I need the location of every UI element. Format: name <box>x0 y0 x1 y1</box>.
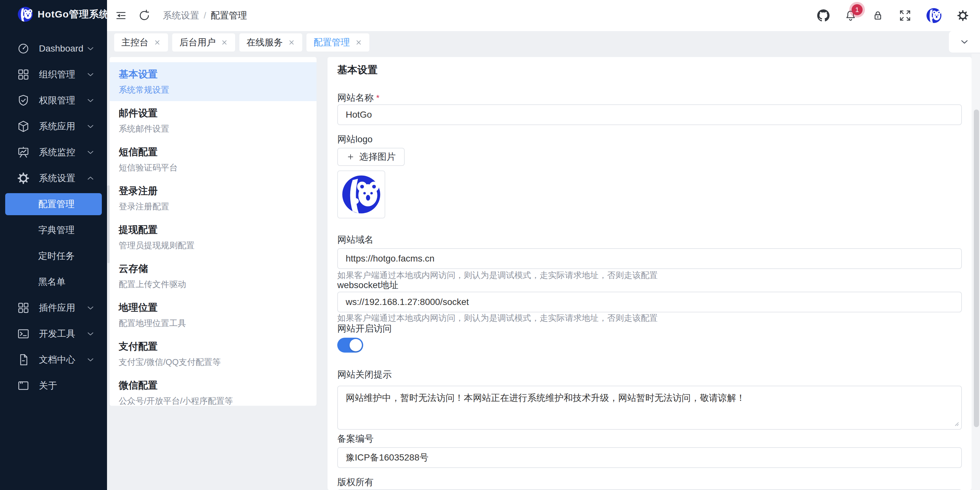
icp-input[interactable] <box>337 447 962 468</box>
settings-nav-item-sms[interactable]: 短信配置 短信验证码平台 <box>110 140 317 179</box>
sidebar-item-label: 开发工具 <box>39 328 86 340</box>
sidebar-item-label: 权限管理 <box>39 94 86 106</box>
sidebar-item-label: 组织管理 <box>39 68 86 81</box>
settings-nav-subtitle: 配置地理位置工具 <box>119 318 307 328</box>
site-access-toggle[interactable] <box>337 338 363 353</box>
settings-nav-item-geo[interactable]: 地理位置 配置地理位置工具 <box>110 295 317 335</box>
sidebar-item-about[interactable]: 关于 <box>0 373 107 399</box>
fullscreen-icon[interactable] <box>899 10 911 22</box>
sidebar-item-system-apps[interactable]: 系统应用 <box>0 113 107 140</box>
sidebar-item-label: 系统监控 <box>39 146 86 159</box>
sidebar-subitem-cron[interactable]: 定时任务 <box>0 243 107 269</box>
site-name-input[interactable] <box>337 105 962 125</box>
document-icon <box>17 353 30 366</box>
close-tip-field: 网站维护中，暂时无法访问！本网站正在进行系统维护和技术升级，网站暂时无法访问，敬… <box>337 385 962 430</box>
settings-nav-item-withdraw[interactable]: 提现配置 管理员提现规则配置 <box>110 218 317 257</box>
icp-label: 备案编号 <box>337 434 962 443</box>
close-icon[interactable] <box>154 39 161 46</box>
tab-label: 主控台 <box>121 36 148 49</box>
sidebar-subitem-label: 黑名单 <box>38 276 65 288</box>
about-frame-icon <box>17 379 30 392</box>
settings-nav-subtitle: 登录注册配置 <box>119 201 307 211</box>
tab-online-service[interactable]: 在线服务 <box>239 33 302 52</box>
plus-icon <box>346 153 355 161</box>
brand[interactable]: HotGo管理系统 <box>0 0 107 29</box>
sidebar-subitem-label: 定时任务 <box>38 250 75 262</box>
site-domain-help: 如果客户端通过本地或内网访问，则认为是调试模式，走实际请求地址，否则走该配置 <box>337 270 962 280</box>
settings-nav-subtitle: 系统常规设置 <box>119 85 307 95</box>
sidebar-subitem-label: 字典管理 <box>38 224 75 236</box>
sidebar-item-docs[interactable]: 文档中心 <box>0 347 107 373</box>
cube-icon <box>17 120 30 133</box>
sidebar-item-system-settings[interactable]: 系统设置 <box>0 165 107 191</box>
sidebar-subitem-config[interactable]: 配置管理 <box>5 193 102 215</box>
close-icon[interactable] <box>221 39 228 46</box>
settings-nav-title: 登录注册 <box>119 186 307 197</box>
github-icon[interactable] <box>817 10 829 22</box>
tab-config[interactable]: 配置管理 <box>307 33 369 52</box>
websocket-input[interactable] <box>337 292 962 312</box>
settings-nav-item-email[interactable]: 邮件设置 系统邮件设置 <box>110 101 317 140</box>
settings-nav-title: 云存储 <box>119 263 307 274</box>
collapse-sidebar-icon[interactable] <box>115 10 127 22</box>
settings-nav-title: 提现配置 <box>119 224 307 235</box>
monitor-board-icon <box>17 146 30 159</box>
breadcrumb: 系统设置 / 配置管理 <box>163 10 247 22</box>
pick-image-button[interactable]: 选择图片 <box>337 148 405 166</box>
sidebar-item-dashboard[interactable]: Dashboard <box>0 36 107 62</box>
tab-console[interactable]: 主控台 <box>114 33 168 52</box>
close-tip-textarea[interactable]: 网站维护中，暂时无法访问！本网站正在进行系统维护和技术升级，网站暂时无法访问，敬… <box>337 385 962 430</box>
settings-nav-scrollbar[interactable] <box>107 186 110 263</box>
settings-nav-subtitle: 支付宝/微信/QQ支付配置等 <box>119 357 307 367</box>
site-domain-input[interactable] <box>337 248 962 269</box>
settings-nav-item-login[interactable]: 登录注册 登录注册配置 <box>110 179 317 218</box>
close-icon[interactable] <box>288 39 295 46</box>
websocket-help: 如果客户端通过本地或内网访问，则认为是调试模式，走实际请求地址，否则走该配置 <box>337 313 962 323</box>
chevron-down-icon <box>86 303 95 313</box>
app-window: HotGo管理系统 Dashboard 组织管理 权限管理 系统应用 <box>0 0 980 490</box>
toggle-knob <box>350 339 362 351</box>
chevron-down-icon <box>86 95 95 105</box>
settings-nav-item-basic[interactable]: 基本设置 系统常规设置 <box>110 62 317 101</box>
sidebar-subitem-blacklist[interactable]: 黑名单 <box>0 269 107 295</box>
tab-admin-users[interactable]: 后台用户 <box>172 33 235 52</box>
close-icon[interactable] <box>355 39 362 46</box>
settings-nav-title: 支付配置 <box>119 341 307 352</box>
notifications-button[interactable]: 1 <box>845 10 857 22</box>
settings-nav-title: 微信配置 <box>119 380 307 391</box>
settings-gear-icon[interactable] <box>957 10 969 22</box>
sidebar-item-organization[interactable]: 组织管理 <box>0 62 107 87</box>
breadcrumb-page: 配置管理 <box>211 10 247 22</box>
tab-actions-button[interactable] <box>949 31 980 52</box>
sidebar-item-dev-tools[interactable]: 开发工具 <box>0 321 107 347</box>
settings-nav-subtitle: 管理员提现规则配置 <box>119 241 307 250</box>
chevron-down-icon <box>86 355 95 365</box>
sidebar-item-label: 系统应用 <box>39 120 86 133</box>
logo-thumbnail[interactable] <box>337 170 385 219</box>
breadcrumb-section[interactable]: 系统设置 <box>163 10 199 22</box>
avatar-koala-icon <box>926 8 942 23</box>
sidebar-item-label: Dashboard <box>39 43 86 54</box>
settings-nav-item-payment[interactable]: 支付配置 支付宝/微信/QQ支付配置等 <box>110 335 317 373</box>
avatar[interactable] <box>926 8 942 23</box>
refresh-icon[interactable] <box>138 10 151 22</box>
page-scrollbar-thumb[interactable] <box>974 109 979 427</box>
websocket-label: websocket地址 <box>337 281 962 290</box>
settings-nav-item-wechat[interactable]: 微信配置 公众号/开放平台/小程序配置等 <box>110 373 317 406</box>
required-asterisk: * <box>376 93 379 103</box>
settings-nav-item-storage[interactable]: 云存储 配置上传文件驱动 <box>110 257 317 295</box>
lock-screen-icon[interactable] <box>872 10 884 22</box>
resize-grip-icon[interactable] <box>952 419 959 427</box>
close-tip-label: 网站关闭提示 <box>337 370 962 379</box>
settings-nav-subtitle: 配置上传文件驱动 <box>119 279 307 289</box>
sidebar-item-plugins[interactable]: 插件应用 <box>0 295 107 321</box>
sidebar-item-monitoring[interactable]: 系统监控 <box>0 140 107 165</box>
sidebar-item-permissions[interactable]: 权限管理 <box>0 87 107 113</box>
sidebar-subitem-dictionary[interactable]: 字典管理 <box>0 217 107 243</box>
sidebar-item-label: 文档中心 <box>39 354 86 366</box>
koala-logo-icon <box>342 175 381 214</box>
koala-logo-icon <box>18 6 33 22</box>
site-name-label: 网站名称* <box>337 94 962 102</box>
form-title: 基本设置 <box>337 63 962 76</box>
chevron-down-icon <box>86 122 95 131</box>
